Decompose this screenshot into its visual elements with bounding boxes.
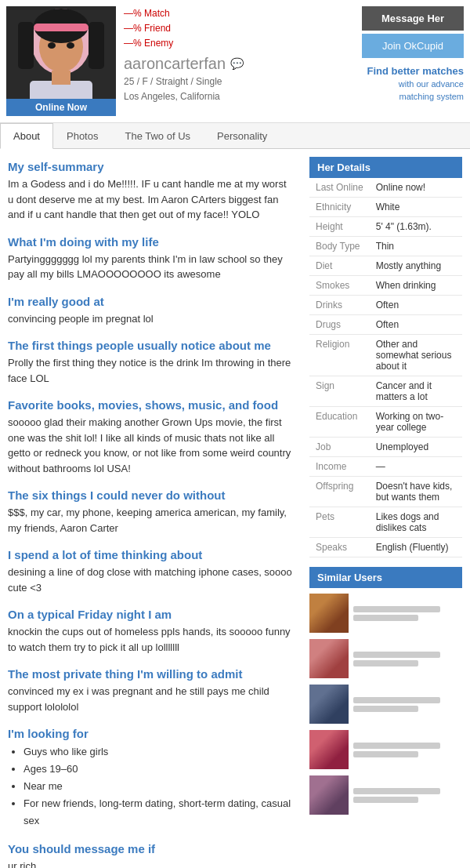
details-label: Diet <box>309 256 370 276</box>
details-table: Last OnlineOnline now!EthnicityWhiteHeig… <box>309 178 462 557</box>
details-value: Thin <box>370 237 462 256</box>
details-row: DietMostly anything <box>309 256 462 276</box>
details-value: Cancer and it matters a lot <box>370 376 462 407</box>
svg-point-8 <box>67 42 74 49</box>
svg-rect-6 <box>34 24 89 31</box>
details-label: Job <box>309 438 370 457</box>
details-value: Working on two-year college <box>370 407 462 438</box>
details-label: Last Online <box>309 178 370 198</box>
six-things-title: The six things I could never do without <box>8 488 294 502</box>
tab-about[interactable]: About <box>0 123 53 149</box>
similar-info <box>353 649 462 669</box>
list-item: Guys who like girls <box>24 743 294 761</box>
svg-point-7 <box>48 42 56 49</box>
user-meta: 25 / F / Straight / Single Los Angeles, … <box>124 74 354 104</box>
find-better-main: Find better matches <box>362 64 464 78</box>
details-row: DrugsOften <box>309 315 462 335</box>
details-row: EthnicityWhite <box>309 198 462 217</box>
private-title: The most private thing I'm willing to ad… <box>8 667 294 681</box>
list-item: Near me <box>24 778 294 795</box>
details-label: Speaks <box>309 538 370 557</box>
svg-rect-5 <box>89 22 104 69</box>
similar-thumb <box>309 685 349 724</box>
details-value: Doesn't have kids, but wants them <box>370 477 462 507</box>
tab-two-of-us[interactable]: The Two of Us <box>111 123 204 149</box>
profile-header: Online Now —% Match —% Friend —% Enemy a… <box>0 0 470 123</box>
six-things-text: $$$, my car, my phone, keeping america a… <box>8 505 294 536</box>
details-label: Drugs <box>309 315 370 335</box>
match-info: —% Match —% Friend —% Enemy <box>124 6 354 52</box>
details-value: Mostly anything <box>370 256 462 276</box>
similar-user-2[interactable] <box>309 637 462 681</box>
details-label: Height <box>309 217 370 237</box>
profile-photo: Online Now <box>6 6 116 116</box>
details-label: Ethnicity <box>309 198 370 217</box>
looking-list: Guys who like girls Ages 19–60 Near me F… <box>8 743 294 830</box>
similar-thumb <box>309 775 349 815</box>
details-row: Height5' 4" (1.63m). <box>309 217 462 237</box>
private-text: convinced my ex i was pregnant and he st… <box>8 684 294 714</box>
similar-info <box>353 740 462 760</box>
main-content: My self-summary Im a Godess and i do Me!… <box>0 149 470 868</box>
similar-info <box>353 604 462 623</box>
thinking-text: desining a line of dog close with matchi… <box>8 565 294 595</box>
message-title: You should message me if <box>8 842 294 855</box>
details-label: Drinks <box>309 296 370 315</box>
good-at-title: I'm really good at <box>8 295 294 308</box>
message-button[interactable]: Message Her <box>362 6 464 31</box>
details-row: DrinksOften <box>309 296 462 315</box>
thinking-title: I spend a lot of time thinking about <box>8 548 294 561</box>
similar-user-5[interactable] <box>309 773 462 817</box>
details-label: Religion <box>309 335 370 376</box>
friday-title: On a typical Friday night I am <box>8 608 294 621</box>
similar-user-3[interactable] <box>309 682 462 726</box>
message-text: ur rich <box>8 859 294 868</box>
self-summary-text: Im a Godess and i do Me!!!!!. IF u cant … <box>8 176 294 223</box>
notice-text: Prolly the first thing they notice is th… <box>8 355 294 386</box>
similar-thumb <box>309 639 349 678</box>
details-label: Education <box>309 407 370 438</box>
tab-personality[interactable]: Personality <box>204 123 280 149</box>
chat-icon[interactable]: 💬 <box>230 57 244 70</box>
tab-photos[interactable]: Photos <box>53 123 111 149</box>
details-value: Often <box>370 296 462 315</box>
orientation: Straight <box>156 76 188 87</box>
details-value: White <box>370 198 462 217</box>
location: Los Angeles, California <box>124 91 220 102</box>
details-value: English (Fluently) <box>370 538 462 557</box>
details-value: Unemployed <box>370 438 462 457</box>
details-label: Offspring <box>309 477 370 507</box>
notice-title: The first things people usually notice a… <box>8 339 294 352</box>
similar-user-4[interactable] <box>309 728 462 772</box>
favorites-text: sooooo glad their making another Grown U… <box>8 415 294 476</box>
details-row: OffspringDoesn't have kids, but wants th… <box>309 477 462 507</box>
details-label: Sign <box>309 376 370 407</box>
similar-info <box>353 786 462 805</box>
friend-percent: —% Friend <box>124 21 354 36</box>
details-value: Other and somewhat serious about it <box>370 335 462 376</box>
details-row: Last OnlineOnline now! <box>309 178 462 198</box>
find-better: Find better matches with our advance mat… <box>362 64 464 103</box>
online-badge: Online Now <box>6 99 116 116</box>
details-row: SpeaksEnglish (Fluently) <box>309 538 462 557</box>
find-better-sub: with our advance matching system <box>362 78 464 103</box>
details-value: — <box>370 457 462 477</box>
join-button[interactable]: Join OkCupid <box>362 34 464 58</box>
looking-title: I'm looking for <box>8 727 294 740</box>
details-row: SmokesWhen drinking <box>309 276 462 296</box>
details-value: Online now! <box>370 178 462 198</box>
status: Single <box>196 76 222 87</box>
enemy-percent: —% Enemy <box>124 36 354 51</box>
profile-info: —% Match —% Friend —% Enemy aaroncarterf… <box>116 6 362 116</box>
tab-bar: About Photos The Two of Us Personality <box>0 123 470 149</box>
self-summary-title: My self-summary <box>8 160 294 173</box>
details-row: Body TypeThin <box>309 237 462 256</box>
good-at-text: convincing people im pregnat lol <box>8 311 294 327</box>
details-header: Her Details <box>309 157 462 178</box>
similar-user-1[interactable] <box>309 591 462 635</box>
username[interactable]: aaroncarterfan <box>124 55 226 73</box>
details-value: Often <box>370 315 462 335</box>
similar-users-grid <box>309 591 462 817</box>
details-value: 5' 4" (1.63m). <box>370 217 462 237</box>
details-value: When drinking <box>370 276 462 296</box>
